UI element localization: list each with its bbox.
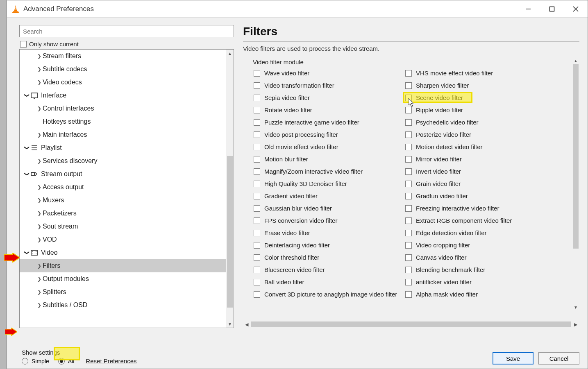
checkbox-icon xyxy=(254,242,260,249)
maximize-button[interactable] xyxy=(540,0,564,18)
filter-gradfun-video-filter[interactable]: Gradfun video filter xyxy=(405,192,557,199)
filter-video-post-processing-filter[interactable]: Video post processing filter xyxy=(254,131,405,138)
tree-item-packetizers[interactable]: ❯Packetizers xyxy=(20,207,226,220)
filter-bluescreen-video-filter[interactable]: Bluescreen video filter xyxy=(254,266,405,273)
filter-old-movie-effect-video-filter[interactable]: Old movie effect video filter xyxy=(254,143,405,150)
checkbox-icon xyxy=(254,230,260,236)
tree-item-control-interfaces[interactable]: ❯Control interfaces xyxy=(20,102,226,115)
tree-item-main-interfaces[interactable]: ❯Main interfaces xyxy=(20,128,226,141)
filter-wave-video-filter[interactable]: Wave video filter xyxy=(254,70,405,77)
titlebar: Advanced Preferences xyxy=(7,0,588,18)
filter-sepia-video-filter[interactable]: Sepia video filter xyxy=(254,94,405,101)
tree-item-services-discovery[interactable]: ❯Services discovery xyxy=(20,154,226,168)
tree-item-access-output[interactable]: ❯Access output xyxy=(20,181,226,194)
filter-label: Sepia video filter xyxy=(264,94,310,101)
filter-label: Grain video filter xyxy=(416,180,461,187)
filter-freezing-interactive-video-filter[interactable]: Freezing interactive video filter xyxy=(405,205,557,212)
scrollbar-thumb[interactable] xyxy=(227,156,233,308)
filter-motion-detect-video-filter[interactable]: Motion detect video filter xyxy=(405,143,557,150)
filter-video-transformation-filter[interactable]: Video transformation filter xyxy=(254,82,405,89)
scrollbar-thumb[interactable] xyxy=(251,321,571,327)
filter-edge-detection-video-filter[interactable]: Edge detection video filter xyxy=(405,229,557,236)
only-show-current-toggle[interactable]: Only show current xyxy=(20,41,234,48)
filter-gaussian-blur-video-filter[interactable]: Gaussian blur video filter xyxy=(254,205,405,212)
filter-ripple-video-filter[interactable]: Ripple video filter xyxy=(405,106,557,113)
tree-item-stream-filters[interactable]: ❯Stream filters xyxy=(20,50,226,63)
filter-alpha-mask-video-filter[interactable]: Alpha mask video filter xyxy=(405,291,557,298)
cancel-button[interactable]: Cancel xyxy=(538,352,579,364)
tree-item-muxers[interactable]: ❯Muxers xyxy=(20,194,226,207)
filter-label: Puzzle interactive game video filter xyxy=(264,119,359,126)
filter-convert-3d-picture-to-anaglyph-image-video-filter[interactable]: Convert 3D picture to anaglyph image vid… xyxy=(254,291,405,298)
tree-item-interface[interactable]: ❯Interface xyxy=(20,89,226,102)
filter-label: Mirror video filter xyxy=(416,156,462,163)
filter-rotate-video-filter[interactable]: Rotate video filter xyxy=(254,106,405,113)
tree-item-output-modules[interactable]: ❯Output modules xyxy=(20,272,226,285)
tree-item-label: Packetizers xyxy=(43,210,77,217)
filter-scrollbar-horizontal[interactable]: ◀ ▶ xyxy=(243,321,579,328)
filter-extract-rgb-component-video-filter[interactable]: Extract RGB component video filter xyxy=(405,217,557,224)
show-settings-label: Show settings xyxy=(22,349,137,356)
checkbox-icon xyxy=(405,254,412,261)
filter-sharpen-video-filter[interactable]: Sharpen video filter xyxy=(405,82,557,89)
filter-gradient-video-filter[interactable]: Gradient video filter xyxy=(254,192,405,199)
filter-label: Extract RGB component video filter xyxy=(416,217,512,224)
tree-scrollbar[interactable]: ▲ ▼ xyxy=(226,50,234,328)
tree-item-filters[interactable]: ❯Filters xyxy=(20,259,226,272)
filter-grain-video-filter[interactable]: Grain video filter xyxy=(405,180,557,187)
tree-item-sout-stream[interactable]: ❯Sout stream xyxy=(20,220,226,233)
tree-item-label: Subtitle codecs xyxy=(43,66,87,73)
filter-high-quality-3d-denoiser-filter[interactable]: High Quality 3D Denoiser filter xyxy=(254,180,405,187)
filter-invert-video-filter[interactable]: Invert video filter xyxy=(405,168,557,175)
filter-deinterlacing-video-filter[interactable]: Deinterlacing video filter xyxy=(254,242,405,249)
tree-item-label: Stream output xyxy=(41,170,82,178)
filter-scene-video-filter[interactable]: Scene video filter xyxy=(405,94,557,101)
filter-posterize-video-filter[interactable]: Posterize video filter xyxy=(405,131,557,138)
filter-puzzle-interactive-game-video-filter[interactable]: Puzzle interactive game video filter xyxy=(254,119,405,126)
radio-all[interactable] xyxy=(58,358,65,364)
filter-label: Gradfun video filter xyxy=(416,192,468,199)
tree-item-video[interactable]: ❯Video xyxy=(20,246,226,259)
scrollbar-thumb[interactable] xyxy=(573,64,579,249)
tree-item-label: Muxers xyxy=(43,197,64,204)
filter-ball-video-filter[interactable]: Ball video filter xyxy=(254,278,405,285)
close-button[interactable] xyxy=(564,0,588,18)
filter-psychedelic-video-filter[interactable]: Psychedelic video filter xyxy=(405,119,557,126)
search-input[interactable] xyxy=(19,25,234,37)
filter-vhs-movie-effect-video-filter[interactable]: VHS movie effect video filter xyxy=(405,70,557,77)
filter-label: Wave video filter xyxy=(264,70,309,77)
save-button[interactable]: Save xyxy=(493,352,534,364)
filter-label: Erase video filter xyxy=(264,229,310,236)
minimize-button[interactable] xyxy=(516,0,540,18)
filter-video-cropping-filter[interactable]: Video cropping filter xyxy=(405,242,557,249)
filter-canvas-video-filter[interactable]: Canvas video filter xyxy=(405,254,557,261)
svg-point-15 xyxy=(36,251,36,252)
tree-item-playlist[interactable]: ❯Playlist xyxy=(20,141,226,154)
tree-item-video-codecs[interactable]: ❯Video codecs xyxy=(20,76,226,89)
filter-erase-video-filter[interactable]: Erase video filter xyxy=(254,229,405,236)
filter-magnify-zoom-interactive-video-filter[interactable]: Magnify/Zoom interactive video filter xyxy=(254,168,405,175)
preferences-window: Advanced Preferences Only show current ❯… xyxy=(7,0,588,369)
video-icon xyxy=(30,249,39,257)
tree-item-label: Main interfaces xyxy=(43,131,87,138)
filter-motion-blur-filter[interactable]: Motion blur filter xyxy=(254,156,405,163)
tree-item-vod[interactable]: ❯VOD xyxy=(20,233,226,246)
reset-preferences-link[interactable]: Reset Preferences xyxy=(86,358,136,364)
tree-item-splitters[interactable]: ❯Splitters xyxy=(20,285,226,299)
radio-simple[interactable] xyxy=(22,358,28,364)
filter-blending-benchmark-filter[interactable]: Blending benchmark filter xyxy=(405,266,557,273)
checkbox-icon xyxy=(254,254,260,261)
tree-item-stream-output[interactable]: ❯Stream output xyxy=(20,168,226,181)
filter-label: Color threshold filter xyxy=(264,254,319,261)
filter-color-threshold-filter[interactable]: Color threshold filter xyxy=(254,254,405,261)
filter-antiflicker-video-filter[interactable]: antiflicker video filter xyxy=(405,278,557,285)
filter-scrollbar-vertical[interactable]: ▲ ▼ xyxy=(572,57,579,311)
checkbox-icon xyxy=(254,70,260,77)
chevron-down-icon: ❯ xyxy=(24,92,30,99)
tree-item-subtitle-codecs[interactable]: ❯Subtitle codecs xyxy=(20,63,226,76)
tree-item-hotkeys-settings[interactable]: Hotkeys settings xyxy=(20,115,226,128)
filter-mirror-video-filter[interactable]: Mirror video filter xyxy=(405,156,557,163)
filter-label: Scene video filter xyxy=(416,94,463,101)
tree-item-subtitles-osd[interactable]: ❯Subtitles / OSD xyxy=(20,299,226,312)
filter-fps-conversion-video-filter[interactable]: FPS conversion video filter xyxy=(254,217,405,224)
